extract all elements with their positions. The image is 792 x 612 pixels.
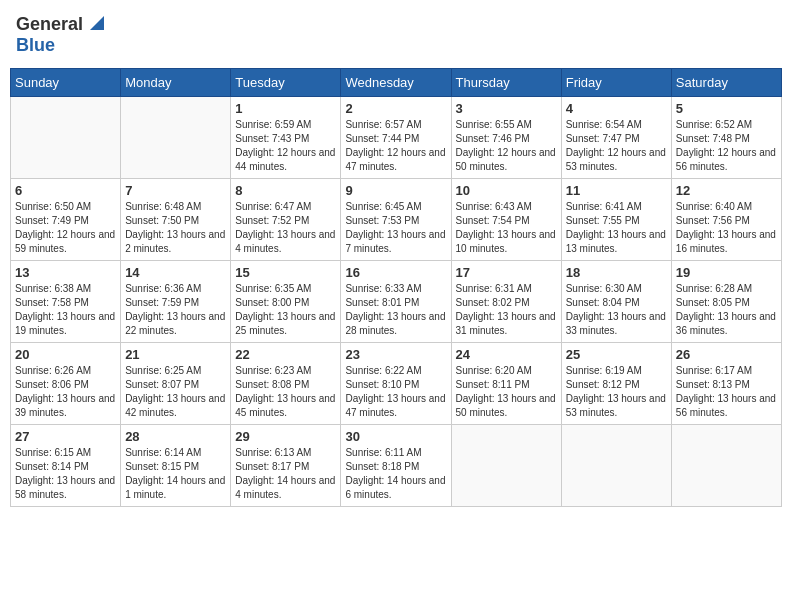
day-number: 21 — [125, 347, 226, 362]
calendar-cell: 20Sunrise: 6:26 AM Sunset: 8:06 PM Dayli… — [11, 343, 121, 425]
logo-general-text: General — [16, 14, 83, 35]
day-info: Sunrise: 6:38 AM Sunset: 7:58 PM Dayligh… — [15, 282, 116, 338]
calendar-cell: 12Sunrise: 6:40 AM Sunset: 7:56 PM Dayli… — [671, 179, 781, 261]
day-info: Sunrise: 6:57 AM Sunset: 7:44 PM Dayligh… — [345, 118, 446, 174]
calendar-cell: 3Sunrise: 6:55 AM Sunset: 7:46 PM Daylig… — [451, 97, 561, 179]
calendar-week-1: 1Sunrise: 6:59 AM Sunset: 7:43 PM Daylig… — [11, 97, 782, 179]
calendar-cell: 17Sunrise: 6:31 AM Sunset: 8:02 PM Dayli… — [451, 261, 561, 343]
day-info: Sunrise: 6:33 AM Sunset: 8:01 PM Dayligh… — [345, 282, 446, 338]
calendar-cell — [671, 425, 781, 507]
calendar-cell: 6Sunrise: 6:50 AM Sunset: 7:49 PM Daylig… — [11, 179, 121, 261]
calendar-cell: 30Sunrise: 6:11 AM Sunset: 8:18 PM Dayli… — [341, 425, 451, 507]
day-info: Sunrise: 6:45 AM Sunset: 7:53 PM Dayligh… — [345, 200, 446, 256]
calendar-cell: 2Sunrise: 6:57 AM Sunset: 7:44 PM Daylig… — [341, 97, 451, 179]
day-number: 26 — [676, 347, 777, 362]
day-number: 17 — [456, 265, 557, 280]
calendar-cell: 26Sunrise: 6:17 AM Sunset: 8:13 PM Dayli… — [671, 343, 781, 425]
day-info: Sunrise: 6:43 AM Sunset: 7:54 PM Dayligh… — [456, 200, 557, 256]
day-info: Sunrise: 6:15 AM Sunset: 8:14 PM Dayligh… — [15, 446, 116, 502]
day-info: Sunrise: 6:41 AM Sunset: 7:55 PM Dayligh… — [566, 200, 667, 256]
day-number: 6 — [15, 183, 116, 198]
calendar-week-5: 27Sunrise: 6:15 AM Sunset: 8:14 PM Dayli… — [11, 425, 782, 507]
day-number: 4 — [566, 101, 667, 116]
calendar-cell: 13Sunrise: 6:38 AM Sunset: 7:58 PM Dayli… — [11, 261, 121, 343]
calendar-week-2: 6Sunrise: 6:50 AM Sunset: 7:49 PM Daylig… — [11, 179, 782, 261]
logo: General Blue — [16, 14, 104, 56]
calendar-cell: 8Sunrise: 6:47 AM Sunset: 7:52 PM Daylig… — [231, 179, 341, 261]
calendar-week-4: 20Sunrise: 6:26 AM Sunset: 8:06 PM Dayli… — [11, 343, 782, 425]
day-info: Sunrise: 6:11 AM Sunset: 8:18 PM Dayligh… — [345, 446, 446, 502]
calendar-cell: 14Sunrise: 6:36 AM Sunset: 7:59 PM Dayli… — [121, 261, 231, 343]
day-number: 8 — [235, 183, 336, 198]
day-number: 18 — [566, 265, 667, 280]
day-info: Sunrise: 6:23 AM Sunset: 8:08 PM Dayligh… — [235, 364, 336, 420]
day-header-tuesday: Tuesday — [231, 69, 341, 97]
calendar-cell: 25Sunrise: 6:19 AM Sunset: 8:12 PM Dayli… — [561, 343, 671, 425]
day-number: 15 — [235, 265, 336, 280]
calendar-cell: 24Sunrise: 6:20 AM Sunset: 8:11 PM Dayli… — [451, 343, 561, 425]
day-info: Sunrise: 6:48 AM Sunset: 7:50 PM Dayligh… — [125, 200, 226, 256]
day-number: 12 — [676, 183, 777, 198]
day-number: 28 — [125, 429, 226, 444]
page-header: General Blue — [10, 10, 782, 60]
day-info: Sunrise: 6:30 AM Sunset: 8:04 PM Dayligh… — [566, 282, 667, 338]
day-number: 23 — [345, 347, 446, 362]
logo-triangle-icon — [86, 16, 104, 34]
calendar-cell: 10Sunrise: 6:43 AM Sunset: 7:54 PM Dayli… — [451, 179, 561, 261]
day-info: Sunrise: 6:35 AM Sunset: 8:00 PM Dayligh… — [235, 282, 336, 338]
calendar-cell: 27Sunrise: 6:15 AM Sunset: 8:14 PM Dayli… — [11, 425, 121, 507]
day-number: 13 — [15, 265, 116, 280]
calendar-cell: 28Sunrise: 6:14 AM Sunset: 8:15 PM Dayli… — [121, 425, 231, 507]
day-header-monday: Monday — [121, 69, 231, 97]
day-number: 7 — [125, 183, 226, 198]
day-info: Sunrise: 6:54 AM Sunset: 7:47 PM Dayligh… — [566, 118, 667, 174]
day-header-wednesday: Wednesday — [341, 69, 451, 97]
day-info: Sunrise: 6:31 AM Sunset: 8:02 PM Dayligh… — [456, 282, 557, 338]
calendar-cell — [561, 425, 671, 507]
calendar-cell: 23Sunrise: 6:22 AM Sunset: 8:10 PM Dayli… — [341, 343, 451, 425]
calendar-cell: 15Sunrise: 6:35 AM Sunset: 8:00 PM Dayli… — [231, 261, 341, 343]
day-header-saturday: Saturday — [671, 69, 781, 97]
calendar-cell: 11Sunrise: 6:41 AM Sunset: 7:55 PM Dayli… — [561, 179, 671, 261]
day-info: Sunrise: 6:22 AM Sunset: 8:10 PM Dayligh… — [345, 364, 446, 420]
day-info: Sunrise: 6:52 AM Sunset: 7:48 PM Dayligh… — [676, 118, 777, 174]
calendar-cell: 21Sunrise: 6:25 AM Sunset: 8:07 PM Dayli… — [121, 343, 231, 425]
logo-blue-text: Blue — [16, 35, 55, 56]
day-info: Sunrise: 6:59 AM Sunset: 7:43 PM Dayligh… — [235, 118, 336, 174]
calendar-cell: 22Sunrise: 6:23 AM Sunset: 8:08 PM Dayli… — [231, 343, 341, 425]
day-number: 10 — [456, 183, 557, 198]
calendar-cell — [121, 97, 231, 179]
calendar-cell: 29Sunrise: 6:13 AM Sunset: 8:17 PM Dayli… — [231, 425, 341, 507]
calendar-cell: 9Sunrise: 6:45 AM Sunset: 7:53 PM Daylig… — [341, 179, 451, 261]
day-number: 14 — [125, 265, 226, 280]
day-number: 29 — [235, 429, 336, 444]
calendar-cell: 1Sunrise: 6:59 AM Sunset: 7:43 PM Daylig… — [231, 97, 341, 179]
day-header-thursday: Thursday — [451, 69, 561, 97]
day-number: 3 — [456, 101, 557, 116]
calendar-cell — [451, 425, 561, 507]
calendar-cell: 7Sunrise: 6:48 AM Sunset: 7:50 PM Daylig… — [121, 179, 231, 261]
day-info: Sunrise: 6:20 AM Sunset: 8:11 PM Dayligh… — [456, 364, 557, 420]
day-info: Sunrise: 6:19 AM Sunset: 8:12 PM Dayligh… — [566, 364, 667, 420]
calendar-cell: 19Sunrise: 6:28 AM Sunset: 8:05 PM Dayli… — [671, 261, 781, 343]
calendar-cell: 4Sunrise: 6:54 AM Sunset: 7:47 PM Daylig… — [561, 97, 671, 179]
day-header-friday: Friday — [561, 69, 671, 97]
day-number: 11 — [566, 183, 667, 198]
day-number: 25 — [566, 347, 667, 362]
day-info: Sunrise: 6:40 AM Sunset: 7:56 PM Dayligh… — [676, 200, 777, 256]
day-number: 19 — [676, 265, 777, 280]
day-number: 2 — [345, 101, 446, 116]
day-info: Sunrise: 6:13 AM Sunset: 8:17 PM Dayligh… — [235, 446, 336, 502]
day-info: Sunrise: 6:28 AM Sunset: 8:05 PM Dayligh… — [676, 282, 777, 338]
day-info: Sunrise: 6:25 AM Sunset: 8:07 PM Dayligh… — [125, 364, 226, 420]
calendar-cell: 18Sunrise: 6:30 AM Sunset: 8:04 PM Dayli… — [561, 261, 671, 343]
day-number: 9 — [345, 183, 446, 198]
day-number: 1 — [235, 101, 336, 116]
day-number: 20 — [15, 347, 116, 362]
day-info: Sunrise: 6:55 AM Sunset: 7:46 PM Dayligh… — [456, 118, 557, 174]
calendar-cell: 5Sunrise: 6:52 AM Sunset: 7:48 PM Daylig… — [671, 97, 781, 179]
calendar-table: SundayMondayTuesdayWednesdayThursdayFrid… — [10, 68, 782, 507]
calendar-header-row: SundayMondayTuesdayWednesdayThursdayFrid… — [11, 69, 782, 97]
calendar-cell: 16Sunrise: 6:33 AM Sunset: 8:01 PM Dayli… — [341, 261, 451, 343]
day-number: 16 — [345, 265, 446, 280]
